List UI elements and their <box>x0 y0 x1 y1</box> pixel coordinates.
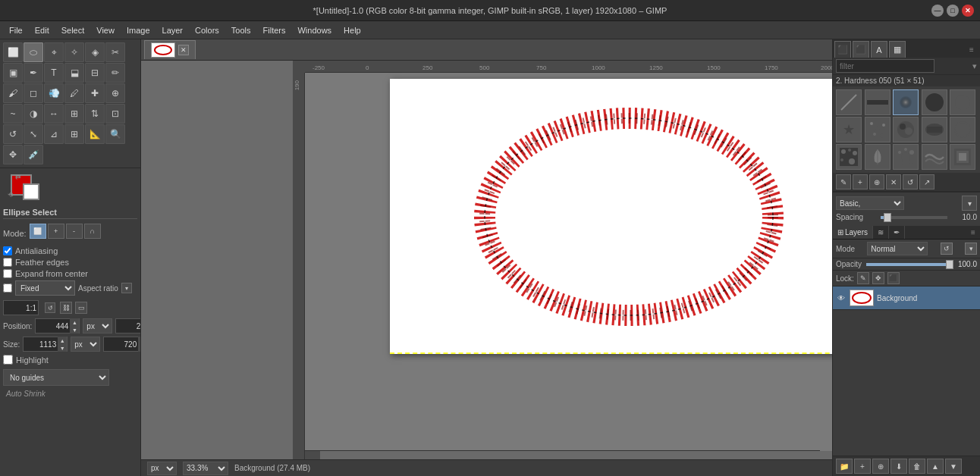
brush-filter-input[interactable] <box>836 59 934 73</box>
tool-fuzzy-select[interactable]: ✧ <box>64 42 84 62</box>
layer-up-btn[interactable]: ▲ <box>927 459 944 474</box>
tool-select-by-color[interactable]: ◈ <box>85 42 105 62</box>
size-w-up[interactable]: ▲ <box>58 337 67 344</box>
maximize-button[interactable]: □ <box>947 5 959 17</box>
tool-ellipse-select[interactable]: ⬭ <box>24 42 43 62</box>
ratio-portrait-btn[interactable]: ▭ <box>75 302 87 314</box>
canvas-tab-close-btn[interactable]: ✕ <box>178 45 189 55</box>
fixed-checkbox[interactable] <box>3 283 12 293</box>
brush-tool-delete[interactable]: ✕ <box>886 174 901 189</box>
lock-pixels-btn[interactable]: ✎ <box>857 272 869 284</box>
brush-preset-select[interactable]: Basic, Sketch Ink <box>836 196 904 210</box>
brush-item-grunge2[interactable] <box>922 117 947 142</box>
reset-colors-icon[interactable]: ⟲ <box>8 191 14 199</box>
delete-layer-btn[interactable]: 🗑 <box>909 459 925 474</box>
ratio-reset-btn[interactable]: ↺ <box>45 302 55 313</box>
tool-color-picker[interactable]: 💉 <box>24 145 43 164</box>
menu-image[interactable]: Image <box>121 24 156 36</box>
canvas-tab[interactable]: ✕ <box>144 40 196 59</box>
brush-filter-arrow-icon[interactable]: ▾ <box>972 61 977 71</box>
channels-tab[interactable]: ≋ <box>873 226 889 239</box>
tool-heal[interactable]: ✚ <box>85 83 105 103</box>
tool-scissors[interactable]: ✂ <box>105 42 125 62</box>
lock-alpha-btn[interactable]: ⬛ <box>887 272 900 284</box>
tool-clone[interactable]: ⊕ <box>105 83 125 103</box>
unit-select[interactable]: px mm <box>147 462 177 475</box>
no-guides-select[interactable]: No guides Rule of thirds Golden sections <box>3 369 109 386</box>
paths-tab[interactable]: ✒ <box>889 226 905 239</box>
tool-perspective[interactable]: ⊞ <box>64 124 84 144</box>
brush-item-wave[interactable] <box>922 144 947 170</box>
tool-dodge-burn[interactable]: ◑ <box>24 104 43 124</box>
brush-item-chalk[interactable] <box>950 144 975 170</box>
spacing-slider-thumb[interactable] <box>884 213 891 222</box>
tool-scale[interactable]: ⤡ <box>24 124 43 144</box>
lock-position-btn[interactable]: ✥ <box>872 272 884 284</box>
mode-intersect-btn[interactable]: ∩ <box>84 224 101 239</box>
tool-rotate[interactable]: ↺ <box>3 124 23 144</box>
highlight-checkbox[interactable] <box>3 355 13 365</box>
feather-edges-checkbox[interactable] <box>3 258 12 267</box>
brush-tool-refresh[interactable]: ↺ <box>903 174 918 189</box>
tool-align[interactable]: ⊞ <box>64 104 84 124</box>
tool-bucket-fill[interactable]: ⬓ <box>64 63 84 83</box>
ratio-dropdown-btn[interactable]: ▾ <box>121 283 132 293</box>
brush-tool-new[interactable]: + <box>853 174 868 189</box>
brush-item-texture1[interactable] <box>836 144 862 170</box>
brush-item-hard100[interactable] <box>922 89 947 115</box>
brushes-pattern-tab[interactable]: ⬛ <box>834 41 851 58</box>
layers-panel-expand[interactable]: ≡ <box>968 227 978 238</box>
fixed-select[interactable]: Fixed Aspect ratio Width Height Size <box>15 280 75 296</box>
size-w-down[interactable]: ▼ <box>58 344 67 352</box>
position-x-input[interactable] <box>36 322 70 330</box>
brush-item-line[interactable] <box>836 89 862 115</box>
pos-x-down[interactable]: ▼ <box>70 326 79 334</box>
size-h-up[interactable]: ▲ <box>138 337 140 344</box>
panel-expand-btn[interactable]: ≡ <box>966 44 977 55</box>
tool-crop[interactable]: ⊡ <box>105 104 125 124</box>
tool-transform[interactable]: ↔ <box>44 104 64 124</box>
menu-colors[interactable]: Colors <box>189 24 225 36</box>
brush-item-grunge1[interactable] <box>893 117 919 142</box>
swap-colors-icon[interactable]: ⇄ <box>15 173 21 180</box>
tool-smudge[interactable]: ~ <box>3 104 23 124</box>
menu-tools[interactable]: Tools <box>225 24 257 36</box>
layer-eye-icon[interactable]: 👁 <box>836 293 847 303</box>
gradients-tab[interactable]: ▦ <box>889 41 906 58</box>
menu-windows[interactable]: Windows <box>291 24 338 36</box>
antialiasing-checkbox[interactable] <box>3 246 12 255</box>
tool-zoom[interactable]: 🔍 <box>105 124 125 144</box>
brush-item-large[interactable] <box>950 89 975 115</box>
tool-foreground-select[interactable]: ▣ <box>3 63 23 83</box>
position-y-input[interactable] <box>116 322 140 330</box>
brush-item-feather[interactable] <box>865 144 890 170</box>
brush-item-soft050[interactable] <box>893 89 919 115</box>
pos-x-up[interactable]: ▲ <box>70 318 79 326</box>
mode-reset-btn[interactable]: ↺ <box>941 243 953 255</box>
tool-measure[interactable]: 📐 <box>85 124 105 144</box>
tool-flip[interactable]: ⇅ <box>85 104 105 124</box>
tool-text[interactable]: T <box>44 63 64 83</box>
ratio-value-input[interactable] <box>4 304 38 312</box>
menu-file[interactable]: File <box>3 24 29 36</box>
duplicate-layer-btn[interactable]: ⊕ <box>872 459 889 474</box>
mode-replace-btn[interactable]: ⬜ <box>30 224 46 239</box>
layer-down-btn[interactable]: ▼ <box>945 459 962 474</box>
brush-item-star[interactable]: ★ <box>836 117 862 142</box>
tool-airbrush[interactable]: 💨 <box>44 83 64 103</box>
patterns-tab[interactable]: ⬛ <box>853 41 869 58</box>
menu-help[interactable]: Help <box>338 24 367 36</box>
new-layer-group-btn[interactable]: 📁 <box>836 459 853 474</box>
close-button[interactable]: ✕ <box>962 5 974 17</box>
tool-shear[interactable]: ⊿ <box>44 124 64 144</box>
merge-layer-btn[interactable]: ⬇ <box>890 459 907 474</box>
layer-mode-select[interactable]: Normal Multiply Screen <box>867 242 928 255</box>
canvas-work-area[interactable] <box>305 73 832 461</box>
layer-row-background[interactable]: 👁 Background <box>833 287 980 310</box>
size-width-input[interactable] <box>24 340 58 349</box>
brush-tool-duplicate[interactable]: ⊕ <box>869 174 884 189</box>
new-layer-btn[interactable]: + <box>854 459 871 474</box>
menu-select[interactable]: Select <box>55 24 91 36</box>
ratio-chain-btn[interactable]: ⛓ <box>60 302 72 314</box>
fonts-tab[interactable]: A <box>871 41 887 58</box>
